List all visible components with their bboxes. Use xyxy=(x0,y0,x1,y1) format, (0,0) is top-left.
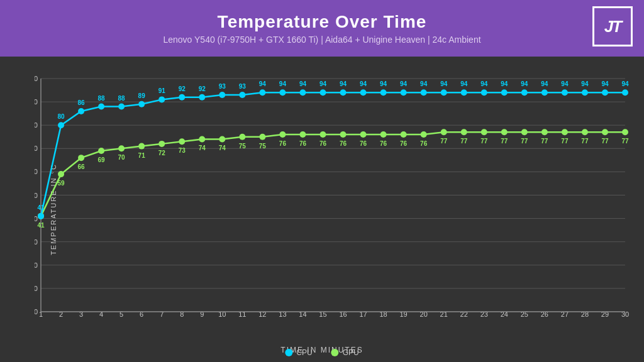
svg-text:94: 94 xyxy=(319,80,327,87)
svg-text:90: 90 xyxy=(35,98,38,106)
svg-point-122 xyxy=(199,94,205,101)
svg-point-78 xyxy=(521,129,528,135)
svg-point-73 xyxy=(421,131,427,138)
svg-text:72: 72 xyxy=(158,150,166,156)
svg-text:60: 60 xyxy=(35,168,38,175)
legend-cpu-label: CPU xyxy=(296,348,312,357)
header: Temperature Over Time Lenovo Y540 (i7-97… xyxy=(0,0,644,57)
svg-text:94: 94 xyxy=(259,80,267,87)
svg-point-71 xyxy=(380,131,387,138)
svg-text:88: 88 xyxy=(98,95,106,102)
svg-text:70: 70 xyxy=(118,154,126,161)
svg-text:66: 66 xyxy=(78,163,86,170)
svg-text:94: 94 xyxy=(621,80,629,87)
svg-text:76: 76 xyxy=(299,140,307,147)
chart-svg: 0102030405060708090100123456789101112131… xyxy=(35,69,631,318)
svg-text:94: 94 xyxy=(460,80,468,87)
svg-point-55 xyxy=(58,171,64,177)
svg-text:76: 76 xyxy=(380,140,387,147)
header-text: Temperature Over Time Lenovo Y540 (i7-97… xyxy=(163,12,480,45)
svg-text:77: 77 xyxy=(581,138,589,145)
svg-point-138 xyxy=(521,89,528,96)
svg-text:94: 94 xyxy=(420,80,428,87)
svg-point-76 xyxy=(481,129,487,135)
legend-cpu-dot xyxy=(285,349,292,356)
svg-text:94: 94 xyxy=(340,80,347,87)
svg-point-126 xyxy=(279,89,286,96)
svg-point-68 xyxy=(319,131,326,138)
svg-text:76: 76 xyxy=(340,140,347,147)
svg-text:94: 94 xyxy=(581,80,589,87)
svg-point-83 xyxy=(622,129,628,135)
svg-point-120 xyxy=(158,96,165,102)
svg-text:93: 93 xyxy=(219,83,226,90)
svg-point-69 xyxy=(340,131,347,138)
svg-point-142 xyxy=(602,89,608,96)
svg-point-59 xyxy=(138,143,145,150)
svg-point-61 xyxy=(179,138,185,145)
svg-point-74 xyxy=(441,129,447,135)
svg-text:92: 92 xyxy=(199,85,206,92)
svg-text:73: 73 xyxy=(179,147,186,154)
svg-text:74: 74 xyxy=(219,145,226,151)
svg-text:94: 94 xyxy=(541,80,548,87)
svg-point-67 xyxy=(299,131,306,138)
legend: CPU GPU xyxy=(285,348,358,357)
svg-text:41: 41 xyxy=(37,204,45,211)
svg-text:77: 77 xyxy=(541,138,548,145)
svg-text:77: 77 xyxy=(561,138,569,145)
svg-text:94: 94 xyxy=(521,80,528,87)
svg-point-121 xyxy=(179,94,185,101)
svg-text:69: 69 xyxy=(98,156,106,163)
svg-text:94: 94 xyxy=(440,80,448,87)
svg-point-129 xyxy=(340,89,347,96)
svg-text:77: 77 xyxy=(480,138,488,145)
svg-point-141 xyxy=(582,89,588,96)
svg-text:76: 76 xyxy=(360,140,367,147)
legend-gpu: GPU xyxy=(331,348,359,357)
svg-point-57 xyxy=(98,148,104,154)
svg-text:59: 59 xyxy=(57,180,65,187)
svg-point-118 xyxy=(118,104,125,110)
svg-text:76: 76 xyxy=(279,140,287,147)
svg-point-63 xyxy=(219,136,225,142)
logo-text: JT xyxy=(604,17,621,36)
svg-text:10: 10 xyxy=(35,285,38,292)
svg-text:93: 93 xyxy=(239,83,247,90)
svg-point-65 xyxy=(259,134,265,140)
svg-text:70: 70 xyxy=(35,145,38,152)
svg-text:94: 94 xyxy=(400,80,408,87)
svg-text:94: 94 xyxy=(380,80,387,87)
svg-text:20: 20 xyxy=(35,261,38,269)
svg-text:80: 80 xyxy=(35,121,38,129)
svg-point-139 xyxy=(541,89,548,96)
svg-point-134 xyxy=(441,89,447,96)
svg-text:88: 88 xyxy=(118,95,126,102)
svg-point-60 xyxy=(158,141,165,147)
svg-text:94: 94 xyxy=(360,80,367,87)
svg-point-127 xyxy=(299,89,306,96)
chart-title: Temperature Over Time xyxy=(163,12,480,32)
svg-point-128 xyxy=(319,89,326,96)
svg-point-66 xyxy=(279,131,286,138)
svg-text:71: 71 xyxy=(138,152,146,159)
svg-text:50: 50 xyxy=(35,192,38,199)
svg-point-81 xyxy=(582,129,588,135)
svg-point-72 xyxy=(401,131,407,138)
svg-text:77: 77 xyxy=(621,138,629,145)
svg-text:30: 30 xyxy=(35,238,38,246)
svg-text:86: 86 xyxy=(78,99,86,106)
svg-text:94: 94 xyxy=(480,80,488,87)
svg-text:89: 89 xyxy=(138,92,146,99)
svg-text:91: 91 xyxy=(158,87,166,94)
svg-text:77: 77 xyxy=(521,138,528,145)
svg-point-82 xyxy=(602,129,608,135)
svg-point-64 xyxy=(239,134,245,140)
svg-text:74: 74 xyxy=(199,145,206,151)
svg-point-137 xyxy=(501,89,508,96)
svg-text:94: 94 xyxy=(561,80,569,87)
svg-point-116 xyxy=(78,108,84,114)
svg-text:40: 40 xyxy=(35,215,38,222)
svg-point-75 xyxy=(461,129,467,135)
svg-point-79 xyxy=(541,129,548,135)
